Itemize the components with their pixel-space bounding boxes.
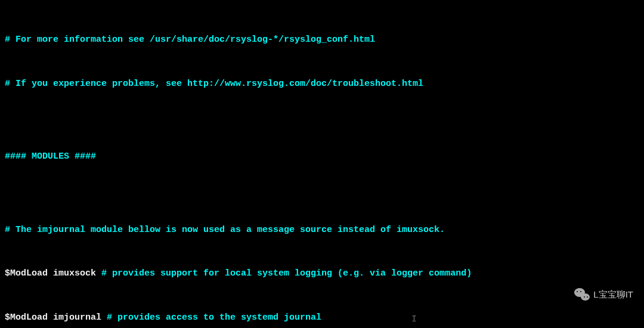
code-line: # For more information see /usr/share/do…	[5, 33, 639, 48]
code-line: $ModLoad imjournal # provides access to …	[5, 311, 639, 326]
watermark-text: L宝宝聊IT	[593, 287, 633, 302]
directive-text: $ModLoad imjournal	[5, 312, 107, 323]
comment-text: # provides access to the systemd journal	[107, 312, 321, 323]
code-line: # The imjournal module bellow is now use…	[5, 223, 639, 238]
text-cursor-icon: I	[411, 312, 417, 327]
code-line: # If you experience problems, see http:/…	[5, 77, 639, 92]
terminal-viewport[interactable]: # For more information see /usr/share/do…	[0, 0, 644, 328]
comment-text: # provides support for local system logg…	[101, 268, 472, 279]
directive-text: $ModLoad imuxsock	[5, 268, 101, 279]
code-line: $ModLoad imuxsock # provides support for…	[5, 267, 639, 281]
wechat-icon	[574, 288, 590, 301]
watermark: L宝宝聊IT	[574, 287, 633, 302]
section-header-modules: #### MODULES ####	[5, 150, 639, 165]
